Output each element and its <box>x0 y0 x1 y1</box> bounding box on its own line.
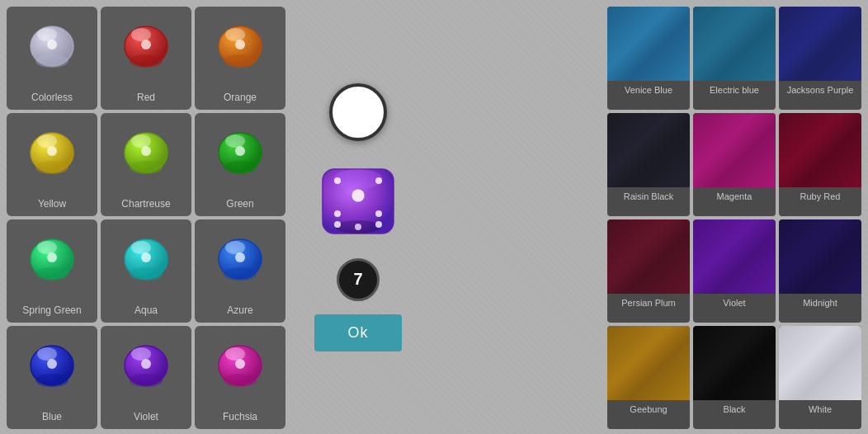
svg-point-2 <box>35 54 68 68</box>
fabric-color-persian-plum <box>607 219 690 294</box>
dice-swatch-aqua[interactable]: Aqua <box>101 219 191 323</box>
fabric-color-magenta <box>693 113 776 187</box>
fabric-color-electric-blue <box>693 7 776 81</box>
fabric-label-white: White <box>779 400 861 418</box>
dice-swatch-chartreuse[interactable]: Chartreuse <box>101 113 191 216</box>
svg-point-34 <box>224 267 257 281</box>
fabric-swatch-persian-plum[interactable]: Persian Plum <box>607 219 690 323</box>
fabric-label-venice-blue: Venice Blue <box>607 81 690 99</box>
fabric-swatch-jacksons-purple[interactable]: Jacksons Purple <box>779 7 861 110</box>
dice-swatch-label-azure: Azure <box>227 304 252 316</box>
fabric-color-black <box>693 326 776 400</box>
dice-swatch-label-red: Red <box>137 92 155 103</box>
svg-point-22 <box>224 161 257 174</box>
fabric-swatch-ruby-red[interactable]: Ruby Red <box>779 113 861 216</box>
fabric-swatch-geebung[interactable]: Geebung <box>607 326 690 429</box>
dice-swatch-label-blue: Blue <box>42 411 62 422</box>
svg-point-43 <box>141 359 151 369</box>
fabric-swatch-raisin-black[interactable]: Raisin Black <box>607 113 690 216</box>
fabric-label-raisin-black: Raisin Black <box>607 187 690 205</box>
dice-preview <box>313 154 403 245</box>
dice-swatch-red[interactable]: Red <box>101 7 191 110</box>
fabric-label-ruby-red: Ruby Red <box>779 187 861 205</box>
pip-number-label: 7 <box>353 270 362 289</box>
svg-point-21 <box>225 134 245 148</box>
ok-button[interactable]: Ok <box>314 314 401 351</box>
svg-point-9 <box>225 28 245 41</box>
svg-point-26 <box>35 267 68 281</box>
fabric-color-panel: Venice BlueElectric blueJacksons PurpleR… <box>601 0 868 434</box>
fabric-color-midnight <box>779 219 861 294</box>
svg-point-46 <box>224 374 257 387</box>
fabric-color-raisin-black <box>607 113 690 187</box>
svg-point-39 <box>47 359 57 369</box>
svg-point-14 <box>35 161 68 174</box>
fabric-label-magenta: Magenta <box>693 187 776 205</box>
svg-point-25 <box>37 241 57 254</box>
svg-point-10 <box>224 54 257 68</box>
fabric-label-jacksons-purple: Jacksons Purple <box>779 81 861 99</box>
svg-point-23 <box>235 146 245 156</box>
dice-swatch-violet[interactable]: Violet <box>101 326 191 429</box>
fabric-swatch-magenta[interactable]: Magenta <box>693 113 776 216</box>
dice-swatch-label-springgreen: Spring Green <box>22 304 81 316</box>
fabric-label-black: Black <box>693 400 776 418</box>
dice-swatch-label-chartreuse: Chartreuse <box>121 198 170 210</box>
svg-point-47 <box>235 359 245 369</box>
fabric-swatch-electric-blue[interactable]: Electric blue <box>693 7 776 110</box>
svg-point-57 <box>355 224 361 230</box>
dice-swatch-fuchsia[interactable]: Fuchsia <box>195 326 285 429</box>
fabric-swatch-violet[interactable]: Violet <box>693 219 776 323</box>
fabric-label-electric-blue: Electric blue <box>693 81 776 99</box>
fabric-color-ruby-red <box>779 113 861 187</box>
fabric-color-white <box>779 326 861 400</box>
dice-color-panel: ColorlessRedOrangeYellowChartreuseGreenS… <box>0 0 292 434</box>
dice-swatch-label-colorless: Colorless <box>31 92 73 103</box>
fabric-swatch-black[interactable]: Black <box>693 326 776 429</box>
fabric-label-violet: Violet <box>693 294 776 312</box>
svg-point-19 <box>141 146 151 156</box>
svg-point-52 <box>334 177 341 184</box>
fabric-swatch-venice-blue[interactable]: Venice Blue <box>607 7 690 110</box>
fabric-color-jacksons-purple <box>779 7 861 81</box>
svg-point-15 <box>47 146 57 156</box>
dice-swatch-yellow[interactable]: Yellow <box>7 113 97 216</box>
svg-point-51 <box>351 189 365 202</box>
fabric-color-violet <box>693 219 776 294</box>
center-panel: 7 Ok <box>292 0 424 434</box>
dice-swatch-green[interactable]: Green <box>195 113 285 216</box>
svg-point-45 <box>225 347 245 361</box>
fabric-swatch-midnight[interactable]: Midnight <box>779 219 861 323</box>
dice-swatch-label-aqua: Aqua <box>134 304 158 316</box>
svg-point-11 <box>235 40 245 50</box>
svg-point-31 <box>141 252 151 262</box>
svg-point-7 <box>141 40 151 50</box>
dice-swatch-colorless[interactable]: Colorless <box>7 7 97 110</box>
dice-swatch-orange[interactable]: Orange <box>195 7 285 110</box>
svg-point-56 <box>334 221 341 228</box>
fabric-color-venice-blue <box>607 7 690 81</box>
svg-point-1 <box>37 28 57 41</box>
fabric-swatch-white[interactable]: White <box>779 326 861 429</box>
svg-point-17 <box>131 134 151 148</box>
svg-point-18 <box>130 161 163 174</box>
dice-swatch-azure[interactable]: Azure <box>195 219 285 323</box>
svg-point-29 <box>131 241 151 254</box>
dice-swatch-springgreen[interactable]: Spring Green <box>7 219 97 323</box>
svg-point-30 <box>130 267 163 281</box>
svg-point-3 <box>47 40 57 50</box>
svg-point-6 <box>130 54 163 68</box>
fabric-color-geebung <box>607 326 690 400</box>
dice-swatch-blue[interactable]: Blue <box>7 326 97 429</box>
svg-point-58 <box>375 221 382 228</box>
svg-point-27 <box>47 252 57 262</box>
dice-swatch-label-green: Green <box>226 198 253 210</box>
svg-point-37 <box>37 347 57 361</box>
dice-swatch-label-violet: Violet <box>134 411 158 422</box>
svg-point-53 <box>375 177 382 184</box>
svg-point-38 <box>35 374 68 387</box>
svg-point-35 <box>235 252 245 262</box>
svg-point-41 <box>131 347 151 361</box>
color-preview-circle <box>329 83 387 141</box>
svg-point-54 <box>334 210 341 217</box>
